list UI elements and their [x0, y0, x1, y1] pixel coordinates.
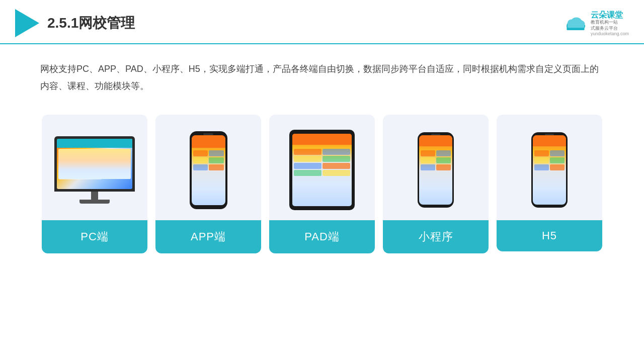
header-right: 云朵课堂 教育机构一站 式服务云平台 yunduoketang.com: [564, 10, 629, 37]
smartphone-screen-h5: [533, 135, 566, 205]
h5-image-area: [497, 115, 602, 220]
phone-device: [190, 131, 227, 209]
smartphone-screen: [419, 135, 452, 205]
card-h5: H5: [497, 115, 602, 251]
card-pc: PC端: [42, 115, 147, 253]
description-text: 网校支持PC、APP、PAD、小程序、H5，实现多端打通，产品各终端自由切换，数…: [0, 44, 644, 105]
monitor-screen: [57, 139, 132, 189]
smartphone-device: [418, 132, 454, 208]
monitor-base: [79, 200, 110, 204]
smartphone-device-h5: [531, 132, 568, 208]
smartphone-outer-h5: [531, 132, 568, 208]
brand-name: 云朵课堂: [591, 10, 623, 20]
card-pad: PAD端: [269, 115, 375, 253]
card-label-h5: H5: [497, 220, 602, 251]
smartphone-outer: [418, 132, 454, 208]
card-label-miniapp: 小程序: [383, 220, 489, 253]
logo-triangle-icon: [15, 9, 39, 37]
header-left: 2.5.1网校管理: [15, 9, 135, 37]
card-label-app: APP端: [155, 220, 261, 253]
pc-image-area: [42, 115, 147, 220]
miniapp-image-area: [383, 115, 489, 220]
tablet-outer: [289, 130, 355, 210]
phone-outer: [190, 131, 227, 209]
tablet-screen: [292, 134, 352, 206]
brand-url: yunduoketang.com: [591, 31, 629, 36]
brand-sub1: 教育机构一站: [591, 20, 618, 26]
brand-logo: 云朵课堂 教育机构一站 式服务云平台 yunduoketang.com: [564, 10, 629, 37]
page-header: 2.5.1网校管理 云朵课堂 教育机构一站 式服务云平台 yunduoketan…: [0, 0, 644, 44]
card-label-pad: PAD端: [269, 220, 375, 253]
brand-text: 云朵课堂 教育机构一站 式服务云平台 yunduoketang.com: [591, 10, 629, 37]
monitor-neck: [91, 192, 98, 200]
monitor-screen-outer: [54, 136, 135, 192]
svg-rect-8: [568, 23, 585, 28]
brand-sub2: 式服务云平台: [591, 26, 618, 32]
tablet-device: [289, 130, 355, 210]
card-label-pc: PC端: [42, 220, 147, 253]
card-app: APP端: [155, 115, 261, 253]
app-image-area: [155, 115, 261, 220]
description-paragraph: 网校支持PC、APP、PAD、小程序、H5，实现多端打通，产品各终端自由切换，数…: [40, 60, 604, 95]
card-miniapp: 小程序: [383, 115, 489, 253]
phone-screen: [192, 135, 225, 205]
pc-monitor: [54, 136, 135, 204]
device-cards-container: PC端 AP: [0, 105, 644, 263]
page-title: 2.5.1网校管理: [47, 14, 135, 33]
pad-image-area: [269, 115, 375, 220]
cloud-icon: [564, 14, 588, 32]
